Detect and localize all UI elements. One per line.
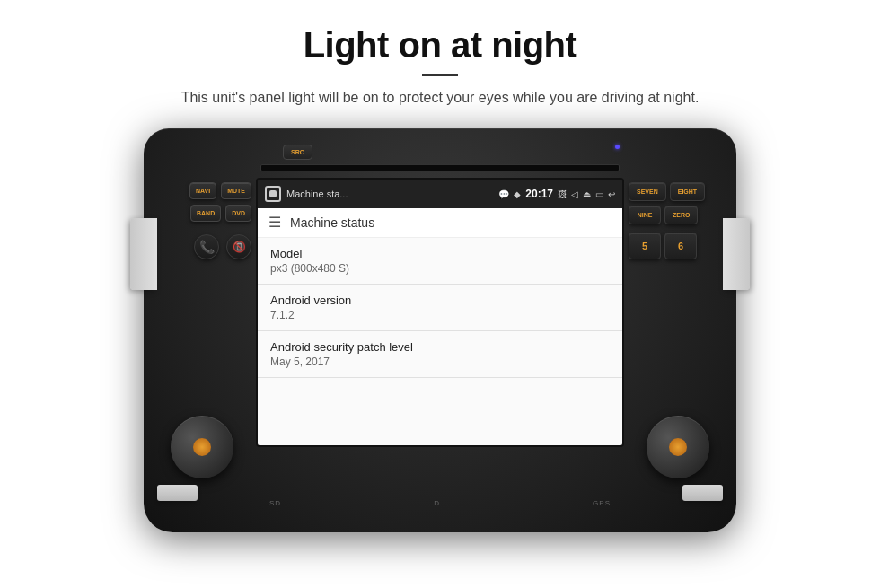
left-panel: NAVI MUTE BAND DVD 📞 📵 xyxy=(162,182,251,259)
foot-left xyxy=(157,485,198,501)
band-button[interactable]: BAND xyxy=(190,205,221,222)
info-android-version: Android version 7.1.2 xyxy=(258,285,622,331)
model-label: Model xyxy=(270,247,610,260)
home-icon[interactable] xyxy=(265,186,281,202)
call-end-button[interactable]: 📵 xyxy=(226,234,251,259)
menu-icon[interactable]: ☰ xyxy=(268,215,281,230)
image-icon: 🖼 xyxy=(558,189,567,199)
right-btn-row-3: 5 6 xyxy=(629,233,697,259)
right-btn-row-2: NINE ZERO xyxy=(629,206,698,224)
page-header: Light on at night This unit's panel ligh… xyxy=(0,0,880,119)
volume-icon: ◁ xyxy=(571,189,578,199)
page-subtitle: This unit's panel light will be on to pr… xyxy=(54,87,826,109)
indicator-light xyxy=(615,145,620,149)
call-accept-icon: 📞 xyxy=(199,240,215,254)
screen-area: Machine sta... 💬 ◆ 20:17 🖼 ◁ ⏏ ▭ ↩ ☰ Mac… xyxy=(256,178,624,447)
call-end-icon: 📵 xyxy=(233,241,246,253)
android-version-value: 7.1.2 xyxy=(270,309,610,321)
zero-button[interactable]: ZERO xyxy=(664,206,698,224)
dvd-button[interactable]: DVD xyxy=(225,205,251,222)
five-button[interactable]: 5 xyxy=(629,233,661,259)
device-wrapper: SRC Machine sta... 💬 ◆ 20:17 🖼 ◁ ⏏ ▭ ↩ xyxy=(144,128,736,532)
car-unit: SRC Machine sta... 💬 ◆ 20:17 🖼 ◁ ⏏ ▭ ↩ xyxy=(144,128,736,532)
seven-button[interactable]: SEVEN xyxy=(629,182,666,201)
security-patch-label: Android security patch level xyxy=(270,340,610,354)
d-label: D xyxy=(434,499,440,507)
foot-right xyxy=(682,485,723,501)
app-toolbar: ☰ Machine status xyxy=(258,208,622,238)
six-button[interactable]: 6 xyxy=(664,233,697,259)
app-content: ☰ Machine status Model px3 (800x480 S) A… xyxy=(258,208,622,445)
mute-button[interactable]: MUTE xyxy=(221,182,251,199)
screen-icon: ▭ xyxy=(595,189,603,199)
src-button[interactable]: SRC xyxy=(283,145,312,160)
right-knob[interactable] xyxy=(647,416,709,478)
right-knob-center xyxy=(669,438,687,456)
info-security-patch: Android security patch level May 5, 2017 xyxy=(258,331,622,378)
toolbar-title: Machine status xyxy=(290,215,374,230)
nine-button[interactable]: NINE xyxy=(629,206,661,224)
statusbar-title: Machine sta... xyxy=(286,189,493,199)
gps-label: GPS xyxy=(593,499,611,507)
left-knob[interactable] xyxy=(171,416,233,478)
navi-button[interactable]: NAVI xyxy=(189,182,216,199)
security-patch-value: May 5, 2017 xyxy=(270,355,610,368)
btn-row-band-dvd: BAND DVD xyxy=(162,205,251,222)
eight-button[interactable]: EIGHT xyxy=(670,182,705,201)
right-btn-row-1: SEVEN EIGHT xyxy=(629,182,705,201)
sd-label: SD xyxy=(269,499,281,507)
android-statusbar: Machine sta... 💬 ◆ 20:17 🖼 ◁ ⏏ ▭ ↩ xyxy=(258,180,622,208)
left-knob-center xyxy=(193,438,211,456)
location-icon: ◆ xyxy=(514,189,521,199)
btn-row-calls: 📞 📵 xyxy=(162,234,251,259)
eject-icon: ⏏ xyxy=(583,189,591,199)
info-model: Model px3 (800x480 S) xyxy=(258,238,622,285)
statusbar-icons: 💬 ◆ 20:17 🖼 ◁ ⏏ ▭ ↩ xyxy=(498,188,615,200)
title-divider xyxy=(422,74,458,76)
page-title: Light on at night xyxy=(54,25,826,65)
side-piece-left xyxy=(130,218,157,290)
bottom-panel: SD D GPS xyxy=(269,492,611,514)
android-version-label: Android version xyxy=(270,294,610,307)
statusbar-time: 20:17 xyxy=(525,188,553,200)
back-icon: ↩ xyxy=(608,189,615,199)
btn-row-navi-mute: NAVI MUTE xyxy=(162,182,251,199)
cd-slot xyxy=(260,164,620,171)
model-value: px3 (800x480 S) xyxy=(270,262,610,275)
chat-icon: 💬 xyxy=(498,189,509,199)
side-piece-right xyxy=(723,218,750,290)
call-accept-button[interactable]: 📞 xyxy=(194,234,219,259)
right-panel: SEVEN EIGHT NINE ZERO 5 6 xyxy=(629,182,718,259)
